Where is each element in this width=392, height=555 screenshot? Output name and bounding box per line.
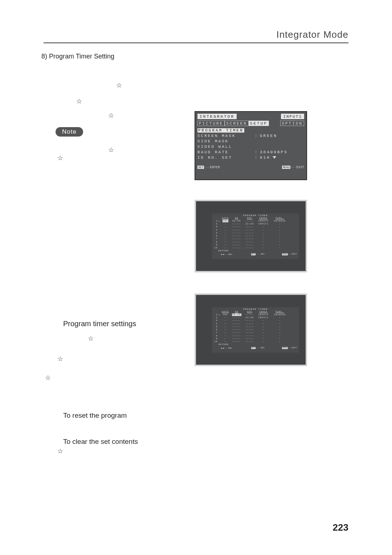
bullet-star-7: ☆: [57, 356, 63, 362]
tab-option[interactable]: OPTION: [280, 121, 304, 126]
program-timer-rows: 1★FRI00:00−−:−−INPUT4INVERSE2−−−:−−23:00…: [212, 313, 299, 343]
menu-program-timer[interactable]: PROGRAM TIMER: [197, 128, 244, 133]
table-row[interactable]: 6−−−:−−−−:−−−−: [212, 234, 299, 237]
table-row[interactable]: 10−−−:−−−−:−−−−: [212, 247, 299, 250]
program-timer-headers: DATE ON OFF INPUT FUNC.: [212, 311, 299, 313]
menu-baud-rate[interactable]: BAUD RATE: [197, 150, 255, 154]
osd1-input-indicator: INPUT1: [281, 114, 304, 119]
header-rule: [44, 42, 348, 43]
table-row[interactable]: 9−−−:−−−−:−−−−: [212, 243, 299, 246]
tab-screen[interactable]: SCREEN: [225, 121, 249, 126]
osd-integrator-menu: INTEGRATOR INPUT1 PICTURE SCREEN SETUP O…: [195, 111, 307, 180]
set-button-label: SET: [197, 166, 204, 169]
table-row[interactable]: 1★FRI00:00−−:−−INPUT4INVERSE: [212, 313, 299, 316]
bullet-star-8: ☆: [45, 374, 51, 381]
menu-baud-rate-value: 38400BPS: [260, 150, 288, 154]
bullet-star-2: ☆: [76, 98, 82, 105]
table-row[interactable]: 2−−−:−−23:00INPUT1−: [212, 222, 299, 225]
table-row[interactable]: 6−−−:−−−−:−−−−: [212, 328, 299, 331]
table-row[interactable]: 3−−−:−−−−:−−−−: [212, 226, 299, 228]
osd1-footer-right: MENU···EXIT: [282, 166, 304, 169]
bullet-star-1: ☆: [116, 82, 122, 89]
program-timer-rows: 1★FRI00:00−−:−−INPUT4INVERSE2−−−:−−23:00…: [212, 219, 299, 250]
table-row[interactable]: 5−−−:−−−−:−−−−: [212, 325, 299, 328]
bullet-star-5: ☆: [57, 155, 63, 161]
menu-button-label: MENU: [282, 166, 290, 169]
menu-screen-mask-value: GREEN: [260, 134, 277, 138]
table-row[interactable]: 7−−−:−−−−:−−−−: [212, 238, 299, 240]
table-row[interactable]: 4−−−:−−−−:−−−−: [212, 322, 299, 325]
program-timer-title: PROGRAM TIMER: [212, 307, 299, 311]
osd1-footer-left: SET···ENTER: [197, 166, 220, 169]
program-timer-title: PROGRAM TIMER: [212, 214, 299, 217]
bullet-star-9: ☆: [57, 448, 63, 454]
table-row[interactable]: 4−−−:−−−−:−−−−: [212, 228, 299, 231]
note-pill: Note: [56, 127, 83, 137]
colon: :: [255, 150, 260, 154]
section-heading: 8) Program Timer Setting: [41, 53, 348, 60]
colon: :: [255, 155, 260, 160]
table-row[interactable]: 5−−−:−−−−:−−−−: [212, 231, 299, 234]
page-title: Integrator Mode: [44, 29, 348, 40]
table-row[interactable]: 8−−−:−−−−:−−−−: [212, 240, 299, 243]
text-to-clear: To clear the set contents: [63, 438, 348, 446]
osd-program-timer-1: PROGRAM TIMER DATE ON OFF INPUT FUNC. 1★…: [195, 200, 307, 272]
bullet-star-6: ☆: [88, 335, 94, 342]
bullet-star-3: ☆: [108, 112, 114, 119]
osd-program-timer-2: PROGRAM TIMER DATE ON OFF INPUT FUNC. 1★…: [195, 293, 307, 366]
menu-id-no-set-value: 01H: [260, 155, 270, 160]
bullet-star-4: ☆: [108, 147, 114, 153]
program-timer-footer: ◀✦▶···SEL. SET··· ADJ MENU···EXIT: [212, 253, 299, 256]
program-timer-headers: DATE ON OFF INPUT FUNC.: [212, 217, 299, 219]
table-row[interactable]: 9−−−:−−−−:−−−−: [212, 337, 299, 340]
colon: :: [255, 134, 260, 138]
table-row[interactable]: 7−−−:−−−−:−−−−: [212, 331, 299, 334]
tab-picture[interactable]: PICTURE: [197, 121, 225, 126]
table-row[interactable]: 1★FRI00:00−−:−−INPUT4INVERSE: [212, 219, 299, 222]
program-timer-return[interactable]: RETURN: [212, 250, 299, 253]
menu-video-wall[interactable]: VIDEO WALL: [197, 145, 255, 149]
table-row[interactable]: 3−−−:−−−−:−−−−: [212, 319, 299, 322]
menu-side-mask[interactable]: SIDE MASK: [197, 139, 255, 143]
table-row[interactable]: 8−−−:−−−−:−−−−: [212, 334, 299, 337]
menu-id-no-set[interactable]: ID NO. SET: [197, 155, 255, 160]
osd1-title: INTEGRATOR: [197, 114, 237, 119]
chevron-down-icon: [273, 156, 276, 159]
program-timer-panel-2: PROGRAM TIMER DATE ON OFF INPUT FUNC. 1★…: [212, 307, 299, 353]
table-row[interactable]: 2−−−:−−23:00INPUT1−: [212, 316, 299, 319]
program-timer-panel-1: PROGRAM TIMER DATE ON OFF INPUT FUNC. 1★…: [212, 214, 299, 259]
tab-setup[interactable]: SETUP: [249, 121, 269, 126]
menu-screen-mask[interactable]: SCREEN MASK: [197, 134, 255, 138]
text-to-reset: To reset the program: [63, 412, 348, 420]
page-number: 223: [333, 522, 348, 533]
program-timer-return[interactable]: RETURN: [212, 343, 299, 347]
table-row[interactable]: 10−−−:−−−−:−−−−: [212, 340, 299, 343]
program-timer-footer: ◀✦▶···SEL. SET··· ADJ MENU···EXIT: [212, 347, 299, 349]
